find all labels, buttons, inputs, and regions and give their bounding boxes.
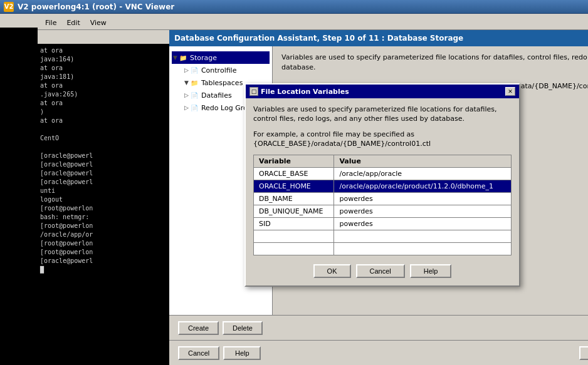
dialog-title: File Location Variables: [261, 88, 349, 96]
dbca-titlebar: Database Configuration Assistant, Step 1…: [169, 30, 588, 46]
tree-item-controlfile[interactable]: ▷ 📄 Controlfile: [172, 64, 270, 76]
terminal-line: java:164): [40, 55, 167, 64]
menu-file[interactable]: File: [40, 18, 61, 28]
empty-cell: [254, 230, 334, 243]
dialog-help-button[interactable]: Help: [410, 264, 452, 278]
cancel-button[interactable]: Cancel: [178, 346, 219, 360]
expand-icon: ▷: [184, 67, 189, 73]
menu-edit[interactable]: Edit: [61, 18, 85, 28]
cell-value: powerdes: [334, 193, 512, 205]
cell-value: /oracle/app/oracle: [334, 168, 512, 180]
action-bar-left: Create Delete: [178, 321, 263, 335]
terminal-line: [root@powerlon: [40, 222, 167, 230]
terminal-line: [oracle@powerl: [40, 160, 167, 169]
expand-icon: ▼: [184, 80, 189, 86]
dialog-close-button[interactable]: ✕: [505, 87, 515, 96]
doc-icon: 📄: [189, 65, 199, 75]
terminal-line: [40, 125, 167, 134]
terminal-line: bash: netmgr:: [40, 213, 167, 222]
left-terminal-strip: [0, 28, 38, 365]
tree-item-storage[interactable]: ▼ 📁 Storage: [172, 51, 270, 64]
dbca-title: Database Configuration Assistant, Step 1…: [174, 34, 463, 43]
terminal-line: [40, 143, 167, 152]
back-button[interactable]: ◄ Back: [579, 346, 588, 360]
doc-icon: 📄: [189, 103, 199, 113]
col-header-variable: Variable: [254, 155, 334, 168]
cell-variable: ORACLE_HOME: [254, 180, 334, 193]
action-bar: Create Delete File Location Variables...: [169, 315, 588, 340]
terminal-line: unti: [40, 187, 167, 195]
terminal-line: [oracle@powerl: [40, 178, 167, 187]
terminal-line: ): [40, 108, 167, 116]
cell-variable: DB_NAME: [254, 193, 334, 205]
expand-icon: ▷: [184, 105, 189, 111]
nav-bar-left: Cancel Help: [178, 346, 261, 360]
table-row-empty: [254, 230, 512, 243]
main-window: File Edit View at ora java:164) at ora j…: [0, 14, 588, 365]
terminal-line: [oracle@powerl: [40, 169, 167, 178]
menu-view[interactable]: View: [85, 18, 112, 28]
table-row[interactable]: SID powerdes: [254, 218, 512, 230]
terminal-line: at ora: [40, 64, 167, 73]
dialog-titlebar: □ File Location Variables ✕: [246, 85, 519, 98]
terminal-line: java:181): [40, 73, 167, 81]
folder-icon: 📁: [189, 78, 199, 88]
help-button[interactable]: Help: [223, 346, 261, 360]
file-location-variables-dialog: □ File Location Variables ✕ Variables ar…: [244, 83, 520, 287]
expand-icon: ▼: [173, 54, 177, 61]
empty-cell: [334, 230, 512, 243]
dialog-description: Variables are used to specify parameteri…: [253, 105, 512, 123]
oracle-window: File Edit View at ora java:164) at ora j…: [38, 16, 588, 365]
menu-bar: File Edit View: [38, 16, 588, 30]
dialog-example: For example, a control file may be speci…: [253, 130, 512, 148]
cell-value: powerdes: [334, 218, 512, 230]
table-row-empty: [254, 243, 512, 255]
delete-button[interactable]: Delete: [223, 321, 263, 335]
terminal-line: .java:265): [40, 90, 167, 99]
nav-bar: Cancel Help ◄ Back Next ► Finish: [169, 340, 588, 365]
terminal-line: CentO: [40, 134, 167, 143]
table-row[interactable]: ORACLE_HOME /oracle/app/oracle/product/1…: [254, 180, 512, 193]
terminal-line: [root@powerlon: [40, 204, 167, 213]
table-row[interactable]: DB_UNIQUE_NAME powerdes: [254, 205, 512, 218]
terminal-line: at ora: [40, 99, 167, 108]
cell-variable: DB_UNIQUE_NAME: [254, 205, 334, 218]
dbca-window: Database Configuration Assistant, Step 1…: [169, 30, 588, 365]
cell-variable: ORACLE_BASE: [254, 168, 334, 180]
terminal-line: logout: [40, 195, 167, 204]
cell-value: powerdes: [334, 205, 512, 218]
dialog-body: Variables are used to specify parameteri…: [246, 98, 519, 285]
terminal-line: [root@powerlon: [40, 248, 167, 257]
nav-bar-right: ◄ Back Next ► Finish: [579, 346, 588, 360]
terminal-line: /oracle/app/or: [40, 230, 167, 239]
description-text: Variables are used to specify parameteri…: [281, 53, 588, 73]
dialog-buttons: OK Cancel Help: [253, 260, 512, 280]
terminal-area: at ora java:164) at ora java:181) at ora…: [38, 44, 169, 365]
terminal-line: at ora: [40, 46, 167, 55]
terminal-line: [oracle@powerl: [40, 257, 167, 265]
vnc-title: V2 powerlong4:1 (root) - VNC Viewer: [18, 3, 174, 11]
variables-table: Variable Value ORACLE_BASE /oracle/app/o…: [253, 155, 512, 255]
vnc-icon: V2: [4, 2, 14, 12]
terminal-cursor: █: [40, 265, 167, 274]
create-button[interactable]: Create: [178, 321, 219, 335]
terminal-line: at ora: [40, 81, 167, 90]
empty-cell: [334, 243, 512, 255]
terminal-line: at ora: [40, 116, 167, 125]
vnc-titlebar: V2 V2 powerlong4:1 (root) - VNC Viewer: [0, 0, 588, 14]
terminal-line: [oracle@powerl: [40, 152, 167, 160]
empty-cell: [254, 243, 334, 255]
table-row[interactable]: ORACLE_BASE /oracle/app/oracle: [254, 168, 512, 180]
dialog-cancel-button[interactable]: Cancel: [356, 264, 405, 278]
dialog-icon: □: [249, 87, 258, 96]
col-header-value: Value: [334, 155, 512, 168]
table-row[interactable]: DB_NAME powerdes: [254, 193, 512, 205]
dialog-ok-button[interactable]: OK: [313, 264, 351, 278]
doc-icon: 📄: [189, 90, 199, 100]
cell-value: /oracle/app/oracle/product/11.2.0/dbhome…: [334, 180, 512, 193]
folder-icon: 📁: [178, 53, 188, 63]
terminal-line: [root@powerlon: [40, 239, 167, 248]
cell-variable: SID: [254, 218, 334, 230]
content-area: at ora java:164) at ora java:181) at ora…: [38, 30, 588, 365]
expand-icon: ▷: [184, 92, 189, 98]
